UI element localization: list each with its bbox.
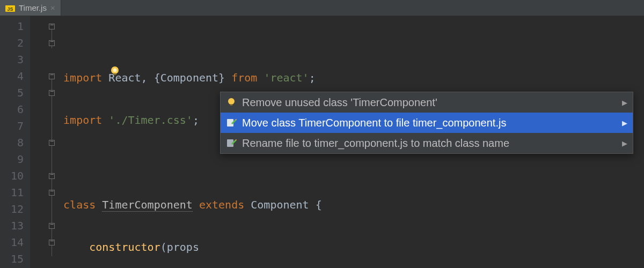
intention-label: Rename file to timer_component.js to mat… (242, 137, 617, 150)
chevron-right-icon: ▶ (622, 119, 627, 127)
class-name[interactable]: TimerComponent (102, 198, 193, 212)
file-tab[interactable]: JS Timer.js × (0, 0, 61, 16)
line-number: 11 (0, 184, 30, 201)
line-number: 3 (0, 51, 30, 68)
chevron-right-icon: ▶ (622, 139, 627, 147)
line-number: 6 (0, 101, 30, 118)
fold-marker[interactable] (49, 173, 55, 179)
line-number: 4 (0, 68, 30, 85)
intention-action-rename-file[interactable]: Rename file to timer_component.js to mat… (221, 133, 633, 153)
line-number: 14 (0, 234, 30, 251)
line-number: 5 (0, 85, 30, 101)
tab-bar: JS Timer.js × (0, 0, 644, 16)
fold-marker[interactable] (49, 190, 55, 196)
intention-actions-popup: Remove unused class 'TimerComponent' ▶ M… (220, 92, 633, 154)
js-icon: JS (5, 3, 15, 13)
line-number: 10 (0, 168, 30, 184)
tab-filename: Timer.js (19, 3, 47, 12)
svg-rect-3 (113, 73, 116, 75)
edit-icon (226, 117, 237, 128)
lightbulb-icon[interactable] (70, 53, 82, 64)
line-number: 8 (0, 135, 30, 151)
intention-action-move-class[interactable]: Move class TimerComponent to file timer_… (221, 113, 633, 133)
intention-action-remove-unused[interactable]: Remove unused class 'TimerComponent' ▶ (221, 92, 633, 113)
intention-label: Move class TimerComponent to file timer_… (242, 117, 617, 129)
edit-icon (226, 138, 237, 148)
line-number: 12 (0, 201, 30, 218)
gutter: 1 2 3 4 5 6 7 8 9 10 11 12 13 14 15 (0, 16, 30, 268)
fold-marker[interactable] (49, 24, 55, 29)
line-number: 9 (0, 151, 30, 168)
svg-text:JS: JS (7, 6, 13, 12)
fold-marker[interactable] (49, 73, 55, 79)
intention-label: Remove unused class 'TimerComponent' (242, 96, 617, 109)
fold-marker[interactable] (49, 223, 55, 229)
fold-marker[interactable] (49, 40, 55, 46)
chevron-right-icon: ▶ (622, 99, 627, 107)
fold-marker[interactable] (49, 90, 55, 96)
fold-marker[interactable] (49, 140, 55, 146)
line-number: 15 (0, 251, 30, 267)
svg-point-4 (113, 69, 117, 72)
close-icon[interactable]: × (50, 3, 55, 12)
line-number: 2 (0, 35, 30, 51)
lightbulb-icon (226, 97, 237, 108)
line-number: 7 (0, 118, 30, 135)
svg-point-5 (228, 98, 235, 105)
fold-marker[interactable] (49, 240, 55, 245)
line-number: 1 (0, 18, 30, 35)
fold-column (30, 16, 57, 268)
line-number: 13 (0, 218, 30, 234)
svg-rect-6 (230, 105, 233, 106)
